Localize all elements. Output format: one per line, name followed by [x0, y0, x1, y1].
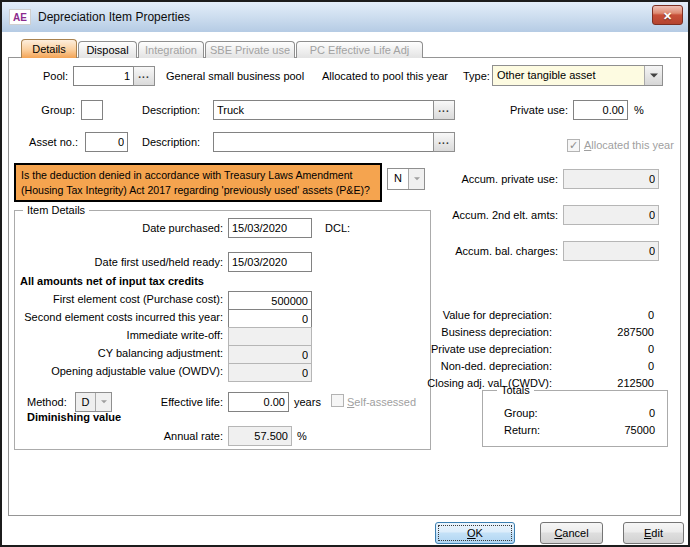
accum-bal-charges-label: Accum. bal. charges:	[420, 245, 558, 257]
method-value: D	[76, 393, 95, 411]
accum-bal-charges-field	[563, 241, 659, 261]
date-purchased-input[interactable]	[228, 218, 312, 238]
dialog-depreciation-item-properties: AE Depreciation Item Properties ✕ Detail…	[0, 0, 690, 547]
asset-no-input[interactable]	[85, 132, 128, 152]
opening-adjustable-value-label: Opening adjustable value (OWDV):	[16, 365, 223, 377]
accum-2nd-elt-amts-field	[563, 205, 659, 225]
chevron-down-icon[interactable]	[95, 393, 111, 411]
effective-life-unit: years	[294, 396, 321, 408]
date-purchased-label: Date purchased:	[80, 222, 223, 234]
description2-browse-button[interactable]: ...	[433, 132, 455, 152]
allocated-this-year-label: Allocated this year	[584, 139, 674, 151]
app-icon: AE	[9, 9, 31, 25]
annual-rate-unit: %	[297, 430, 307, 442]
first-element-cost-label: First element cost (Purchase cost):	[16, 293, 223, 305]
accum-2nd-elt-amts-label: Accum. 2nd elt. amts:	[420, 209, 558, 221]
accum-private-use-field	[563, 169, 659, 189]
edit-button[interactable]: Edit	[623, 522, 684, 544]
annual-rate-label: Annual rate:	[140, 430, 223, 442]
cancel-button[interactable]: Cancel	[540, 522, 603, 544]
item-details-legend: Item Details	[23, 204, 89, 216]
group-input[interactable]	[81, 100, 103, 120]
description1-browse-button[interactable]: ...	[433, 100, 455, 120]
totals-group-label: Group:	[504, 407, 538, 419]
effective-life-label: Effective life:	[140, 396, 223, 408]
second-element-costs-label: Second element costs incurred this year:	[16, 311, 223, 323]
private-use-unit: %	[634, 104, 644, 116]
value-for-depreciation-label: Value for depreciation:	[400, 309, 552, 321]
self-assessed-label: Self-assessed	[347, 396, 416, 408]
description1-input[interactable]	[213, 100, 434, 120]
close-icon: ✕	[663, 10, 672, 22]
method-dropdown[interactable]: D	[75, 392, 112, 412]
net-of-tax-credits-note: All amounts net of input tax credits	[20, 275, 204, 287]
allocated-this-year-checkbox: ✓	[567, 139, 580, 152]
pool-allocated-note: Allocated to pool this year	[322, 70, 448, 82]
type-label: Type:	[463, 70, 490, 82]
pool-input[interactable]	[73, 66, 134, 86]
description2-label: Description:	[142, 136, 200, 148]
method-label: Method:	[27, 396, 67, 408]
pool-name-text: General small business pool	[166, 70, 304, 82]
effective-life-input[interactable]	[228, 392, 289, 412]
question-line-2: (Housing Tax Integrity) Act 2017 regardi…	[21, 183, 375, 198]
ellipsis-icon: ...	[438, 135, 449, 146]
non-ded-depreciation-label: Non-ded. depreciation:	[400, 360, 552, 372]
opening-adjustable-value-field	[228, 363, 312, 382]
method-note: Diminishing value	[27, 411, 121, 423]
group-label: Group:	[18, 104, 75, 116]
closing-adj-val-value: 212500	[570, 377, 654, 389]
ellipsis-icon: ...	[138, 69, 149, 80]
private-use-depreciation-label: Private use depreciation:	[400, 343, 552, 355]
tab-pc-effective-life-adj: PC Effective Life Adj	[296, 41, 423, 58]
accum-private-use-label: Accum. private use:	[420, 173, 558, 185]
type-value: Other tangible asset	[493, 66, 644, 85]
business-depreciation-value: 287500	[570, 326, 654, 338]
ellipsis-icon: ...	[438, 103, 449, 114]
first-element-cost-input[interactable]	[228, 291, 312, 310]
asset-no-label: Asset no.:	[18, 136, 78, 148]
description1-label: Description:	[142, 104, 200, 116]
annual-rate-field	[228, 426, 292, 446]
private-use-depreciation-value: 0	[570, 343, 654, 355]
totals-group-value: 0	[565, 407, 655, 419]
totals-return-value: 75000	[565, 424, 655, 436]
deduction-denied-question: Is the deduction denied in accordance wi…	[14, 163, 382, 202]
tab-integration: Integration	[138, 41, 204, 58]
tab-details[interactable]: Details	[21, 39, 77, 58]
date-first-used-label: Date first used/held ready:	[80, 256, 223, 268]
immediate-write-off-label: Immediate write-off:	[16, 329, 223, 341]
description2-input[interactable]	[213, 132, 434, 152]
window-title: Depreciation Item Properties	[38, 10, 190, 24]
totals-return-label: Return:	[504, 424, 540, 436]
chevron-down-icon[interactable]	[644, 66, 662, 85]
tab-disposal[interactable]: Disposal	[78, 41, 137, 58]
immediate-write-off-field	[228, 327, 312, 346]
private-use-input[interactable]	[573, 100, 628, 120]
check-icon: ✓	[568, 140, 579, 151]
closing-adj-val-label: Closing adj. val. (CWDV):	[400, 377, 552, 389]
value-for-depreciation-value: 0	[570, 309, 654, 321]
pool-label: Pool:	[18, 70, 68, 82]
private-use-label: Private use:	[470, 104, 568, 116]
cy-balancing-adjustment-field	[228, 345, 312, 364]
close-button[interactable]: ✕	[652, 5, 683, 25]
non-ded-depreciation-value: 0	[570, 360, 654, 372]
question-line-1: Is the deduction denied in accordance wi…	[21, 168, 375, 183]
type-dropdown[interactable]: Other tangible asset	[492, 65, 663, 86]
dcl-label: DCL:	[325, 222, 350, 234]
tab-sbe-private-use: SBE Private use	[205, 41, 295, 58]
date-first-used-input[interactable]	[228, 252, 312, 272]
pool-browse-button[interactable]: ...	[133, 66, 155, 86]
deduction-answer-value: N	[388, 169, 408, 189]
self-assessed-checkbox	[331, 394, 344, 407]
business-depreciation-label: Business depreciation:	[400, 326, 552, 338]
ok-button[interactable]: OK	[435, 522, 515, 544]
second-element-costs-input[interactable]	[228, 309, 312, 328]
title-bar: AE Depreciation Item Properties ✕	[2, 2, 688, 32]
cy-balancing-adjustment-label: CY balancing adjustment:	[16, 347, 223, 359]
